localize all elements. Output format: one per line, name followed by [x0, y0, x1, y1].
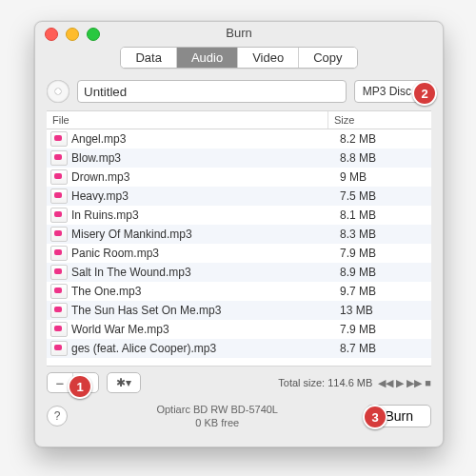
audio-file-icon	[50, 227, 68, 242]
window-title: Burn	[226, 26, 251, 40]
file-name: Panic Room.mp3	[71, 247, 334, 260]
audio-file-icon	[50, 341, 68, 356]
col-size[interactable]: Size	[328, 111, 431, 129]
tab-video[interactable]: Video	[238, 48, 299, 68]
disc-name-input[interactable]	[77, 80, 347, 103]
transport-controls: ◀◀ ▶ ▶▶ ■	[378, 377, 431, 389]
minimize-icon[interactable]	[66, 28, 79, 41]
file-size: 8.9 MB	[334, 266, 431, 279]
next-button[interactable]: ▶▶	[407, 377, 422, 389]
file-name: Salt In The Wound.mp3	[71, 266, 334, 279]
table-row[interactable]: Angel.mp38.2 MB	[47, 129, 431, 149]
disc-icon	[47, 80, 69, 103]
table-row[interactable]: Heavy.mp37.5 MB	[47, 187, 431, 206]
annotation-3: 3	[363, 405, 387, 429]
total-size: Total size: 114.6 MB	[278, 377, 372, 388]
audio-file-icon	[50, 188, 68, 204]
table-row[interactable]: ges (feat. Alice Cooper).mp38.7 MB	[47, 339, 431, 358]
help-icon: ?	[54, 409, 61, 423]
file-name: World War Me.mp3	[71, 323, 334, 336]
table-header: File Size	[47, 110, 431, 129]
file-name: Angel.mp3	[71, 132, 334, 146]
annotation-2: 2	[412, 81, 437, 106]
audio-file-icon	[50, 303, 68, 318]
drive-info: Optiarc BD RW BD-5740L 0 KB free	[68, 403, 367, 429]
close-icon[interactable]	[45, 28, 58, 41]
col-file[interactable]: File	[47, 111, 328, 129]
table-row[interactable]: World War Me.mp37.9 MB	[47, 320, 431, 339]
table-row[interactable]: Drown.mp39 MB	[47, 168, 431, 187]
audio-file-icon	[50, 265, 68, 280]
audio-file-icon	[50, 208, 68, 223]
zoom-icon[interactable]	[87, 28, 100, 41]
audio-file-icon	[50, 246, 68, 261]
file-size: 7.9 MB	[334, 247, 431, 260]
file-name: The One.mp3	[71, 285, 334, 298]
file-size: 8.2 MB	[334, 132, 431, 146]
file-name: The Sun Has Set On Me.mp3	[71, 304, 334, 317]
file-name: Blow.mp3	[71, 151, 334, 165]
file-size: 13 MB	[334, 304, 431, 317]
annotation-1: 1	[68, 374, 92, 399]
tab-audio[interactable]: Audio	[177, 48, 238, 68]
file-name: In Ruins.mp3	[71, 208, 334, 222]
file-list[interactable]: Angel.mp38.2 MBBlow.mp38.8 MBDrown.mp39 …	[47, 129, 431, 367]
file-size: 8.8 MB	[334, 151, 431, 165]
table-row[interactable]: Blow.mp38.8 MB	[47, 149, 431, 168]
burn-window: Burn Data Audio Video Copy MP3 Disc ⌄ Fi…	[34, 21, 444, 447]
table-row[interactable]: In Ruins.mp38.1 MB	[47, 206, 431, 225]
audio-file-icon	[50, 322, 68, 337]
help-button[interactable]: ?	[47, 406, 68, 426]
file-name: Heavy.mp3	[71, 189, 334, 203]
mode-tabs: Data Audio Video Copy	[35, 47, 443, 69]
audio-file-icon	[50, 169, 68, 185]
table-row[interactable]: The Sun Has Set On Me.mp313 MB	[47, 301, 431, 320]
tab-copy[interactable]: Copy	[299, 48, 356, 68]
stop-button[interactable]: ■	[425, 377, 431, 388]
file-size: 8.1 MB	[334, 208, 431, 222]
audio-file-icon	[50, 131, 68, 147]
play-button[interactable]: ▶	[396, 377, 404, 389]
settings-button[interactable]: ✱▾	[107, 372, 141, 393]
file-size: 7.5 MB	[334, 189, 431, 203]
file-size: 7.9 MB	[334, 323, 431, 336]
audio-file-icon	[50, 150, 68, 166]
prev-button[interactable]: ◀◀	[378, 377, 393, 389]
table-row[interactable]: Salt In The Wound.mp38.9 MB	[47, 263, 431, 282]
file-name: Misery Of Mankind.mp3	[71, 228, 334, 241]
gear-icon: ✱▾	[116, 376, 131, 389]
file-size: 9.7 MB	[334, 285, 431, 298]
file-size: 8.7 MB	[334, 342, 431, 355]
table-row[interactable]: Panic Room.mp37.9 MB	[47, 244, 431, 263]
titlebar: Burn	[35, 22, 443, 45]
file-size: 8.3 MB	[334, 228, 431, 241]
disc-type-label: MP3 Disc	[363, 85, 411, 98]
file-name: Drown.mp3	[71, 170, 334, 184]
file-name: ges (feat. Alice Cooper).mp3	[71, 342, 334, 355]
table-row[interactable]: Misery Of Mankind.mp38.3 MB	[47, 225, 431, 244]
audio-file-icon	[50, 284, 68, 299]
tab-data[interactable]: Data	[121, 48, 176, 68]
table-row[interactable]: The One.mp39.7 MB	[47, 282, 431, 301]
file-size: 9 MB	[334, 170, 431, 184]
